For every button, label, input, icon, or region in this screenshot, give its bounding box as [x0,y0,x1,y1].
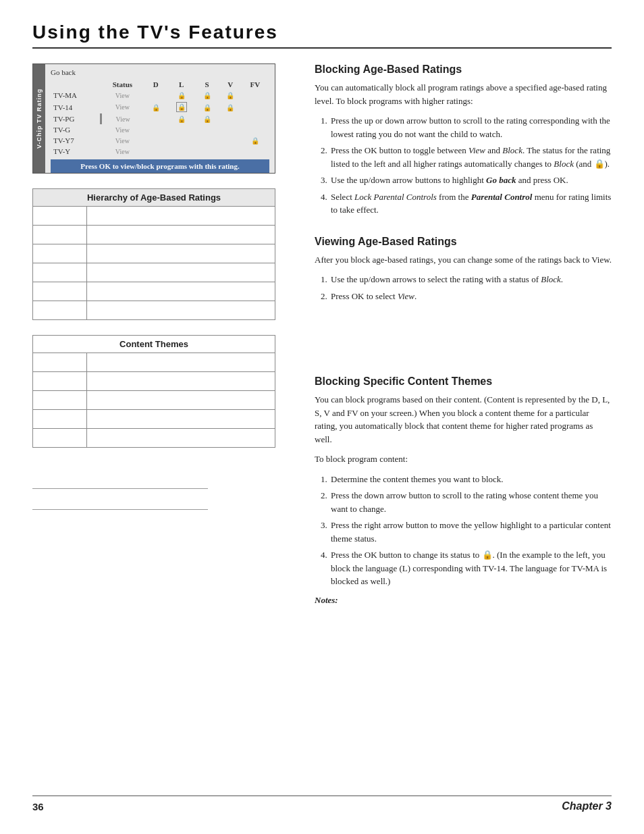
vchip-header-row: Status D L S V FV [51,79,269,90]
vchip-cell [242,124,268,135]
vchip-cell: 🔒 [167,90,195,101]
right-column: Blocking Age-Based Ratings You can autom… [315,63,612,618]
list-item: Press the OK button to change its status… [329,548,612,588]
list-item: Use the up/down arrows to select the rat… [329,273,612,286]
vchip-row-status: View [101,146,144,157]
lock-icon: 🔒 [176,102,187,112]
table-row [33,244,275,263]
list-item: Use the up/down arrow buttons to highlig… [329,174,612,187]
table-row: TV-Y View [51,146,269,157]
list-item: Determine the content themes you want to… [329,473,612,486]
vchip-row-label: TV-MA [51,90,101,101]
vchip-th-l: L [167,79,195,90]
hierarchy-cell [33,263,87,282]
table-row: TV-Y7 View 🔒 [51,135,269,146]
vchip-row-label: TV-Y [51,146,101,157]
table-row [33,301,275,320]
content-cell [33,429,87,448]
left-hr-1 [32,488,208,489]
vchip-cell [242,113,268,124]
list-item: Select Lock Parental Controls from the P… [329,190,612,217]
vchip-table: Status D L S V FV TV-MA View [51,79,269,157]
vchip-cell [195,146,218,157]
viewing-age-based-title: Viewing Age-Based Ratings [315,236,612,248]
list-item: Press the down arrow button to scroll to… [329,489,612,515]
vchip-cell [242,101,268,113]
lock-icon: 🔒 [251,137,259,145]
lock-icon: 🔒 [178,115,186,123]
blocking-content-steps: Determine the content themes you want to… [329,473,612,588]
content-cell [86,372,275,391]
vchip-cell [144,113,167,124]
vchip-cell: 🔒 [167,113,195,124]
hierarchy-cell [86,263,275,282]
hierarchy-cell [33,282,87,301]
vchip-cell [167,135,195,146]
vchip-row-label: TV-G [51,124,101,135]
table-row [33,226,275,244]
table-row: TV-PG View 🔒 🔒 [51,113,269,124]
content-cell [86,410,275,429]
hierarchy-table: Hierarchy of Age-Based Ratings [32,188,275,320]
vchip-th-fv: FV [242,79,268,90]
table-row [33,410,275,429]
hierarchy-header-row: Hierarchy of Age-Based Ratings [33,189,275,207]
list-item: Press the OK button to toggle between Vi… [329,144,612,170]
vchip-row-status: View [101,135,144,146]
vchip-cell: 🔒 [195,113,218,124]
hierarchy-table-title: Hierarchy of Age-Based Ratings [33,189,275,207]
hierarchy-cell [86,226,275,244]
vchip-cell: 🔒 [167,101,195,113]
vchip-cell [242,146,268,157]
lock-icon: 🔒 [203,104,211,111]
vchip-th-d: D [144,79,167,90]
viewing-age-based-steps: Use the up/down arrows to select the rat… [329,273,612,303]
list-item: Press OK to select View. [329,290,612,303]
vchip-th-s: S [195,79,218,90]
vchip-cell [219,146,242,157]
hierarchy-cell [86,301,275,320]
blocking-age-based-section: Blocking Age-Based Ratings You can autom… [315,63,612,224]
blocking-content-section: Blocking Specific Content Themes You can… [315,375,612,606]
table-row [33,391,275,410]
vchip-cell: 🔒 [219,90,242,101]
vchip-goback: Go back [51,68,269,76]
table-row [33,372,275,391]
lock-icon: 🔒 [226,92,234,99]
vchip-th-label [51,79,101,90]
blocking-content-intro: You can block programs based on their co… [315,393,612,446]
vchip-cell [167,146,195,157]
left-column: V-Chip TV Rating Go back Status D L S V [32,63,296,618]
hierarchy-cell [86,282,275,301]
vchip-cell [195,135,218,146]
lock-icon: 🔒 [203,92,211,99]
vchip-inner: Go back Status D L S V FV [45,64,275,173]
spacer [315,321,612,375]
content-header-row: Content Themes [33,336,275,353]
lock-icon: 🔒 [152,104,160,111]
content-cell [33,353,87,372]
notes-label: Notes: [315,595,612,606]
table-row: TV-MA View 🔒 🔒 🔒 [51,90,269,101]
vchip-row-label: TV-PG [51,113,101,124]
vchip-bottom-text: Press OK to view/block programs with thi… [51,159,269,173]
vchip-row-label: TV-14 [51,101,101,113]
vchip-cell: 🔒 [219,101,242,113]
left-hr-2 [32,509,208,510]
footer-page-number: 36 [32,801,44,812]
vchip-row-status: View [101,90,144,101]
content-themes-title: Content Themes [33,336,275,353]
vchip-cell [144,135,167,146]
vchip-cell: 🔒 [195,90,218,101]
list-item: Press the right arrow button to move the… [329,519,612,545]
page: Using the TV's Features V-Chip TV Rating… [0,0,644,640]
lock-icon: 🔒 [203,115,211,123]
table-row: TV-14 View 🔒 🔒 🔒 🔒 [51,101,269,113]
hierarchy-cell [86,207,275,226]
vchip-row-status: View [101,113,144,124]
blocking-age-based-title: Blocking Age-Based Ratings [315,63,612,76]
lock-icon: 🔒 [178,92,186,99]
viewing-age-based-intro: After you block age-based ratings, you c… [315,253,612,267]
vchip-cell: 🔒 [242,135,268,146]
vchip-cell [195,124,218,135]
